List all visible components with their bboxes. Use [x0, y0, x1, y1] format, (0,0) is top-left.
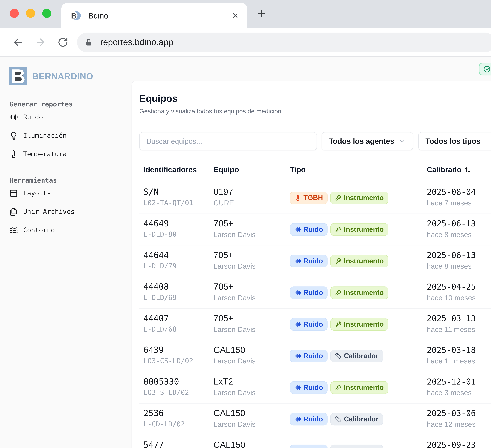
agent-badge-ruido: Ruido: [290, 255, 328, 267]
lock-icon: [85, 38, 93, 46]
minimize-window-button[interactable]: [26, 9, 35, 18]
brand-logo[interactable]: B BERNARDINO: [9, 67, 132, 85]
column-equipo: Equipo: [209, 165, 286, 174]
circle-check-icon: [483, 65, 491, 73]
page-title: Equipos: [139, 93, 491, 104]
table-row[interactable]: 6439LO3-CS-LD/02 CAL150Larson Davis Ruid…: [139, 340, 491, 372]
app-page: B BERNARDINO Generar reportes Ruido Ilum…: [0, 57, 491, 448]
table-row[interactable]: 5477 CAL150 Ruido Calibrador 2025-09-23: [139, 435, 491, 448]
sidebar-item-iluminacion[interactable]: Iluminación: [9, 129, 132, 142]
reload-icon[interactable]: [57, 36, 69, 48]
column-identificadores: Identificadores: [139, 165, 209, 174]
sidebar-item-label: Ruido: [23, 113, 43, 121]
type-badge-calibrador: Calibrador: [330, 350, 383, 362]
back-icon[interactable]: [12, 36, 24, 48]
wrench-icon: [335, 226, 341, 233]
types-filter-dropdown[interactable]: Todos los tipos: [418, 132, 491, 150]
tab-title: Bdino: [88, 11, 108, 20]
table-row[interactable]: 44644L-DLD/79 705+Larson Davis Ruido Ins…: [139, 245, 491, 277]
browser-tab[interactable]: B Bdino ✕: [61, 3, 247, 28]
filter-bar: Todos los agentes Todos los tipos: [139, 132, 491, 150]
browser-window: B Bdino ✕ + reportes.bdino.app: [0, 0, 491, 448]
lightbulb-icon: [9, 131, 18, 140]
sidebar-item-layouts[interactable]: Layouts: [9, 186, 132, 200]
agent-badge-ruido: Ruido: [290, 318, 328, 331]
table-header: Identificadores Equipo Tipo Calibrado: [139, 165, 491, 182]
sidebar-item-temperatura[interactable]: Temperatura: [9, 147, 132, 161]
chevron-down-icon: [399, 138, 406, 145]
nav-section-herramientas: Herramientas: [9, 177, 132, 184]
page-subtitle: Gestiona y visualiza todos tus equipos d…: [139, 107, 491, 115]
svg-text:B: B: [71, 12, 76, 20]
table-row[interactable]: 0005330LO3-S-LD/02 LxT2Larson Davis Ruid…: [139, 372, 491, 404]
maximize-window-button[interactable]: [42, 9, 51, 18]
forward-icon[interactable]: [34, 36, 46, 48]
wrench-icon: [335, 384, 341, 391]
column-calibrado-sort[interactable]: Calibrado: [423, 165, 491, 174]
favicon-icon: B: [70, 10, 81, 21]
agent-badge-ruido: Ruido: [290, 445, 328, 448]
browser-toolbar: reportes.bdino.app: [0, 28, 491, 57]
sidebar-item-label: Contorno: [23, 226, 55, 234]
wrench-icon: [335, 195, 341, 201]
sort-arrows-icon: [464, 167, 471, 173]
wrench-icon: [335, 289, 341, 296]
audio-waveform-icon: [295, 353, 301, 359]
sidebar-item-label: Layouts: [23, 189, 51, 197]
sidebar-item-contorno[interactable]: Contorno: [9, 223, 132, 237]
audio-waveform-icon: [9, 113, 18, 121]
ruler-icon: [335, 416, 341, 422]
agents-filter-dropdown[interactable]: Todos los agentes: [322, 132, 413, 150]
status-badge[interactable]: [479, 63, 491, 75]
ruler-icon: [335, 353, 341, 359]
tab-close-icon[interactable]: ✕: [232, 12, 239, 20]
audio-waveform-icon: [295, 321, 301, 327]
sidebar-item-label: Unir Archivos: [23, 208, 75, 215]
agents-filter-value: Todos los agentes: [329, 137, 394, 146]
wrench-icon: [335, 258, 341, 264]
layout-icon: [9, 189, 18, 197]
brand-logo-icon: B: [9, 67, 27, 85]
copy-files-icon: [9, 207, 18, 216]
sidebar-item-label: Temperatura: [23, 150, 67, 158]
wrench-icon: [335, 321, 341, 327]
tab-strip: B Bdino ✕ +: [0, 0, 491, 28]
type-badge-instrumento: Instrumento: [330, 192, 388, 204]
table-row[interactable]: 44408L-DLD/69 705+Larson Davis Ruido Ins…: [139, 277, 491, 309]
sidebar-item-ruido[interactable]: Ruido: [9, 110, 132, 124]
audio-waveform-icon: [295, 226, 301, 233]
sidebar-item-label: Iluminación: [23, 132, 67, 139]
thermometer-icon: [9, 150, 18, 158]
type-badge-calibrador: Calibrador: [330, 445, 383, 448]
audio-waveform-icon: [295, 384, 301, 391]
thermometer-icon: [295, 195, 301, 201]
table-row[interactable]: 44407L-DLD/68 705+Larson Davis Ruido Ins…: [139, 309, 491, 340]
agent-badge-tgbh: TGBH: [290, 192, 328, 204]
content-card: Equipos Gestiona y visualiza todos tus e…: [132, 81, 491, 448]
sidebar-item-unir-archivos[interactable]: Unir Archivos: [9, 205, 132, 218]
search-input[interactable]: [139, 132, 317, 150]
url-bar[interactable]: reportes.bdino.app: [77, 32, 491, 52]
audio-waveform-icon: [295, 258, 301, 264]
sidebar-nav: Generar reportes Ruido Iluminación: [9, 101, 132, 237]
agent-badge-ruido: Ruido: [290, 381, 328, 394]
type-badge-instrumento: Instrumento: [330, 287, 388, 299]
table-row[interactable]: 44649L-DLD-80 705+Larson Davis Ruido Ins…: [139, 214, 491, 245]
types-filter-value: Todos los tipos: [425, 137, 481, 146]
audio-waveform-icon: [295, 289, 301, 296]
traffic-lights: [10, 9, 51, 18]
type-badge-instrumento: Instrumento: [330, 255, 388, 267]
type-badge-instrumento: Instrumento: [330, 318, 388, 331]
close-window-button[interactable]: [10, 9, 19, 18]
agent-badge-ruido: Ruido: [290, 223, 328, 236]
table-row[interactable]: S/NL02-TA-QT/01 0197CURE TGBH Instrument…: [139, 182, 491, 214]
column-tipo: Tipo: [286, 165, 423, 174]
new-tab-button[interactable]: +: [257, 5, 266, 22]
type-badge-instrumento: Instrumento: [330, 381, 388, 394]
type-badge-instrumento: Instrumento: [330, 223, 388, 236]
table-row[interactable]: 2536L-CD-LD/02 CAL150Larson Davis Ruido …: [139, 404, 491, 435]
agent-badge-ruido: Ruido: [290, 287, 328, 299]
sidebar: B BERNARDINO Generar reportes Ruido Ilum…: [0, 57, 132, 448]
type-badge-calibrador: Calibrador: [330, 413, 383, 426]
url-text: reportes.bdino.app: [100, 37, 173, 47]
